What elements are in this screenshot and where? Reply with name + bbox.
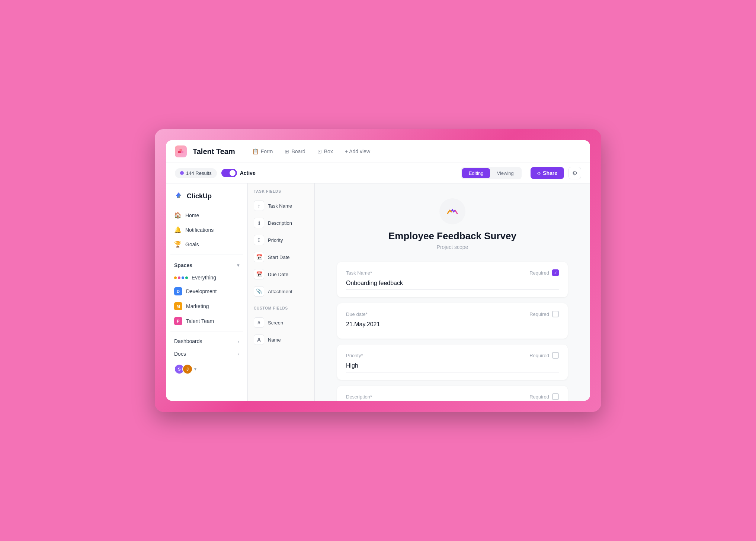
priority-required: Required	[529, 352, 559, 359]
active-toggle-container: Active	[221, 169, 256, 177]
tab-board[interactable]: ⊞ Board	[279, 146, 310, 157]
tab-box[interactable]: ⊡ Box	[312, 146, 338, 157]
main-content: ClickUp 🏠 Home 🔔 Notifications 🏆 Goals S…	[166, 183, 590, 401]
filter-row: 144 Results Active Editing Viewing ‹› Sh…	[166, 163, 590, 183]
trophy-icon: 🏆	[174, 241, 182, 248]
logo-area: ClickUp	[170, 189, 243, 207]
form-title: Employee Feedback Survey	[388, 230, 516, 242]
dashboards-chevron-icon: ›	[238, 339, 239, 344]
form-field-description-header: Description* Required	[346, 393, 559, 400]
start-date-icon: 📅	[254, 252, 264, 262]
clickup-logo-icon	[173, 191, 184, 201]
description-icon: ℹ	[254, 218, 264, 228]
due-date-label: Due date*	[346, 311, 368, 317]
field-item-name[interactable]: A Name	[248, 331, 314, 348]
task-fields-label: Task Fields	[248, 189, 314, 197]
form-header: Employee Feedback Survey Project scope	[337, 198, 568, 250]
due-date-required: Required	[529, 311, 559, 317]
top-header: Talent Team 📋 Form ⊞ Board ⊡ Box + Add v…	[166, 140, 590, 163]
add-view-button[interactable]: + Add view	[340, 146, 375, 157]
screen-icon: #	[254, 317, 264, 328]
outer-wrapper: Talent Team 📋 Form ⊞ Board ⊡ Box + Add v…	[155, 129, 601, 412]
fields-divider	[254, 303, 308, 303]
task-name-required: Required ✓	[529, 269, 559, 276]
due-date-value: 21.May.2021	[346, 321, 559, 331]
user-avatars-area: S J ▾	[170, 361, 243, 377]
description-label: Description*	[346, 394, 372, 400]
active-toggle[interactable]	[221, 169, 237, 177]
custom-fields-label: Custom Fields	[248, 306, 314, 314]
field-item-screen[interactable]: # Screen	[248, 314, 314, 331]
form-field-description: Description* Required Short text	[337, 386, 568, 401]
top-nav-tabs: 📋 Form ⊞ Board ⊡ Box + Add view	[247, 146, 375, 157]
sidebar-item-marketing[interactable]: M Marketing	[170, 300, 243, 313]
task-name-required-checkbox[interactable]: ✓	[552, 269, 559, 276]
user-avatar-j: J	[182, 364, 193, 374]
marketing-avatar: M	[174, 302, 182, 310]
board-icon: ⊞	[285, 148, 289, 154]
user-dropdown-icon[interactable]: ▾	[194, 366, 196, 372]
field-item-due-date[interactable]: 📅 Due Date	[248, 266, 314, 283]
field-item-attachment[interactable]: 📎 Attachment	[248, 283, 314, 300]
sidebar: ClickUp 🏠 Home 🔔 Notifications 🏆 Goals S…	[166, 183, 248, 401]
talent-team-icon	[175, 145, 187, 157]
tab-form[interactable]: 📋 Form	[247, 146, 278, 157]
sidebar-item-development[interactable]: D Development	[170, 285, 243, 298]
gear-icon: ⚙	[572, 170, 577, 177]
box-icon: ⊡	[317, 148, 322, 154]
bell-icon: 🔔	[174, 226, 182, 233]
svg-rect-2	[180, 149, 182, 151]
sidebar-item-notifications[interactable]: 🔔 Notifications	[170, 223, 243, 236]
results-badge: 144 Results	[175, 168, 217, 178]
description-required: Required	[529, 393, 559, 400]
fields-panel: Task Fields ↕ Task Name ℹ Description ↧ …	[248, 183, 315, 401]
sidebar-item-dashboards[interactable]: Dashboards ›	[170, 336, 243, 347]
sidebar-item-docs[interactable]: Docs ›	[170, 348, 243, 359]
viewing-tab[interactable]: Viewing	[490, 168, 520, 178]
form-logo-circle	[439, 198, 465, 224]
sidebar-item-everything[interactable]: Everything	[170, 272, 243, 283]
form-field-task-name: Task Name* Required ✓ Onboarding feedbac…	[337, 262, 568, 297]
home-icon: 🏠	[174, 212, 182, 219]
edit-view-tabs: Editing Viewing	[461, 167, 522, 179]
attachment-icon: 📎	[254, 286, 264, 297]
sidebar-divider-1	[170, 255, 243, 255]
app-container: Talent Team 📋 Form ⊞ Board ⊡ Box + Add v…	[166, 140, 590, 401]
sidebar-item-goals[interactable]: 🏆 Goals	[170, 238, 243, 251]
development-avatar: D	[174, 287, 182, 295]
settings-button[interactable]: ⚙	[568, 167, 581, 179]
due-date-icon: 📅	[254, 269, 264, 279]
app-name: ClickUp	[187, 192, 212, 200]
form-icon: 📋	[252, 148, 259, 154]
due-date-required-checkbox[interactable]	[552, 311, 559, 317]
description-required-checkbox[interactable]	[552, 393, 559, 400]
field-item-description[interactable]: ℹ Description	[248, 214, 314, 231]
spaces-chevron-icon: ▾	[237, 263, 239, 268]
form-field-priority: Priority* Required High	[337, 345, 568, 380]
page-title: Talent Team	[193, 147, 235, 156]
priority-label: Priority*	[346, 353, 363, 358]
sidebar-divider-2	[170, 332, 243, 332]
form-preview: Employee Feedback Survey Project scope T…	[315, 183, 590, 401]
priority-value: High	[346, 362, 559, 372]
field-item-task-name[interactable]: ↕ Task Name	[248, 197, 314, 214]
form-field-task-name-header: Task Name* Required ✓	[346, 269, 559, 276]
docs-chevron-icon: ›	[238, 351, 239, 357]
form-field-due-date-header: Due date* Required	[346, 311, 559, 317]
sidebar-item-home[interactable]: 🏠 Home	[170, 209, 243, 222]
form-field-priority-header: Priority* Required	[346, 352, 559, 359]
name-field-icon: A	[254, 334, 264, 345]
spaces-section-header[interactable]: Spaces ▾	[170, 259, 243, 270]
task-name-icon: ↕	[254, 201, 264, 211]
share-button[interactable]: ‹› Share	[531, 167, 564, 179]
editing-tab[interactable]: Editing	[462, 168, 490, 178]
sidebar-item-talent-team[interactable]: P Talent Team	[170, 314, 243, 328]
priority-required-checkbox[interactable]	[552, 352, 559, 359]
field-item-priority[interactable]: ↧ Priority	[248, 231, 314, 249]
field-item-start-date[interactable]: 📅 Start Date	[248, 249, 314, 266]
task-name-label: Task Name*	[346, 270, 372, 276]
everything-dots-icon	[174, 276, 188, 279]
share-icon: ‹›	[537, 170, 541, 176]
form-clickup-logo	[445, 204, 460, 219]
form-field-due-date: Due date* Required 21.May.2021	[337, 303, 568, 339]
